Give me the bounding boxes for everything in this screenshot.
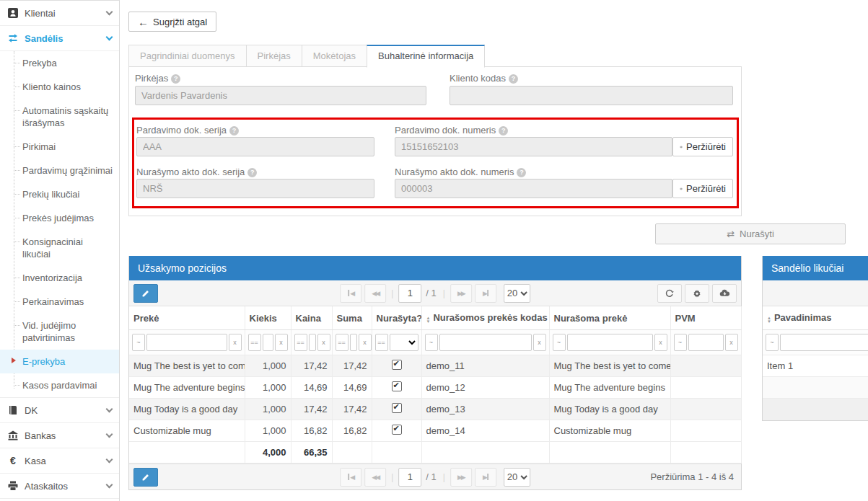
col-pavadinimas[interactable]: ▲▼Pavadinimas (763, 306, 868, 330)
sidebar-item-kasos-pardavimai[interactable]: Kasos pardavimai (0, 373, 119, 397)
sidebar-item-vid-judejimo[interactable]: Vid. judėjimo patvirtinimas (0, 314, 119, 350)
sidebar-item-prekyba[interactable]: Prekyba (0, 51, 119, 75)
filter-suma-input[interactable] (350, 334, 357, 351)
nurasymo-serija-label: Nurašymo akto dok. serija (136, 167, 257, 177)
tab-moketojas[interactable]: Mokėtojas (302, 45, 367, 67)
first-page-button[interactable]: ◀ (340, 468, 361, 487)
back-button[interactable]: ← Sugrįžti atgal (128, 12, 216, 32)
left-arrow-icon: ← (138, 16, 149, 28)
first-page-button[interactable]: ◀ (340, 284, 361, 303)
filter-pvm-input[interactable] (688, 334, 724, 351)
filter-nurasoma-input[interactable] (567, 334, 653, 351)
tab-pagrindiniai-duomenys[interactable]: Pagrindiniai duomenys (128, 45, 247, 67)
filter-op-button[interactable]: == (336, 334, 348, 351)
help-icon (517, 168, 526, 177)
sidebar-item-prekiu-likuciai[interactable]: Prekių likučiai (0, 182, 119, 206)
next-page-button[interactable]: ▶▶ (450, 284, 472, 303)
filter-clear-button[interactable]: x (229, 334, 242, 351)
checked-checkbox[interactable] (392, 425, 402, 435)
filter-clear-button[interactable]: x (275, 334, 288, 351)
filter-op-button[interactable]: == (294, 334, 307, 351)
sidebar-item-kliento-kainos[interactable]: Kliento kainos (0, 75, 119, 99)
sidebar-item-sandelis[interactable]: Sandėlis (0, 26, 119, 51)
pirkejas-field[interactable] (135, 86, 426, 105)
filter-kiekis-input[interactable] (263, 334, 273, 351)
pardavimo-serija-field[interactable] (136, 137, 374, 156)
col-kaina[interactable]: Kaina (291, 306, 332, 330)
sidebar-item-pardavimu-grazinimai[interactable]: Pardavimų grąžinimai (0, 159, 119, 182)
col-nurasoma-preke[interactable]: Nurašoma prekė (549, 306, 670, 330)
filter-clear-button[interactable]: x (725, 334, 738, 351)
filter-op-button[interactable]: == (248, 334, 261, 351)
page-size-select[interactable]: 20 (504, 284, 530, 303)
sidebar-item-bankas[interactable]: Bankas (0, 423, 119, 448)
kliento-kodas-field[interactable] (450, 86, 733, 105)
filter-clear-button[interactable]: x (533, 334, 546, 351)
exchange-icon: ⇄ (727, 229, 735, 239)
tab-pirkejas[interactable]: Pirkėjas (246, 45, 302, 67)
page-size-select[interactable]: 20 (504, 468, 530, 487)
filter-nurasyta-select[interactable] (390, 334, 418, 351)
table-row[interactable]: Mug Today is a good day 1,000 17,42 17,4… (129, 399, 741, 420)
pardavimo-perziureti-button[interactable]: Peržiūrėti (672, 137, 733, 156)
sidebar-item-e-prekyba[interactable]: E-prekyba (0, 350, 119, 373)
help-icon (171, 74, 180, 84)
col-preke[interactable]: Prekė (129, 306, 245, 330)
settings-button[interactable] (685, 284, 709, 303)
filter-op-button[interactable]: ~ (132, 334, 145, 351)
page-number-input[interactable] (398, 468, 421, 487)
sidebar-item-dk[interactable]: DK (0, 398, 119, 423)
checked-checkbox[interactable] (392, 360, 402, 370)
sidebar-item-prekes-judejimas[interactable]: Prekės judėjimas (0, 206, 119, 230)
sidebar-item-kasa[interactable]: € Kasa (0, 448, 119, 474)
col-kiekis[interactable]: Kiekis (245, 306, 291, 330)
filter-op-button[interactable]: == (375, 334, 388, 351)
table-row[interactable]: Mug The best is yet to come 1,000 17,42 … (129, 355, 741, 377)
checked-checkbox[interactable] (392, 403, 402, 413)
pardavimo-numeris-field[interactable] (395, 137, 672, 156)
filter-kodas-input[interactable] (439, 334, 532, 351)
sidebar-item-klientai[interactable]: Klientai (0, 1, 119, 26)
prev-page-button[interactable]: ◀◀ (364, 284, 386, 303)
col-nurasyta[interactable]: Nurašyta? (372, 306, 421, 330)
filter-clear-button[interactable]: x (654, 334, 667, 351)
sidebar-item-perkainavimas[interactable]: Perkainavimas (0, 290, 119, 314)
chevron-down-icon (106, 8, 113, 15)
filter-op-button[interactable]: ~ (674, 334, 687, 351)
sidebar-item-automatinis-saskaitu[interactable]: Automatinis sąskaitų išrašymas (0, 99, 119, 135)
download-button[interactable] (712, 284, 737, 303)
refresh-button[interactable] (657, 284, 682, 303)
edit-button[interactable] (133, 468, 158, 487)
next-page-button[interactable]: ▶▶ (450, 468, 472, 487)
table-row[interactable]: Customizable mug 1,000 16,82 16,82 demo_… (129, 420, 741, 442)
sidebar-item-pirkimai[interactable]: Pirkimai (0, 135, 119, 159)
last-page-button[interactable]: ▶ (475, 284, 496, 303)
last-page-button[interactable]: ▶ (475, 468, 496, 487)
page-number-input[interactable] (398, 284, 421, 303)
filter-clear-button[interactable]: x (317, 334, 330, 351)
nurasymo-serija-field[interactable] (136, 179, 374, 198)
col-nurasomos-kodas[interactable]: ▲▼Nurašomos prekės kodas (421, 306, 549, 330)
prev-page-button[interactable]: ◀◀ (364, 468, 386, 487)
sidebar-item-inventorizacija[interactable]: Inventorizacija (0, 266, 119, 290)
nurasymo-perziureti-button[interactable]: Peržiūrėti (672, 179, 733, 198)
filter-kaina-input[interactable] (309, 334, 316, 351)
filter-preke-input[interactable] (146, 334, 227, 351)
filter-clear-button[interactable]: x (359, 334, 372, 351)
filter-op-button[interactable]: ~ (425, 334, 438, 351)
col-suma[interactable]: Suma (332, 306, 372, 330)
tab-buhalterine-informacija[interactable]: Buhalterinė informacija (367, 45, 485, 68)
filter-op-button[interactable]: ~ (766, 334, 779, 351)
sidebar-item-konsignaciniai[interactable]: Konsignaciniai likučiai (0, 230, 119, 266)
table-row[interactable]: Mug The adventure begins 1,000 14,69 14,… (129, 377, 741, 399)
col-pvm[interactable]: PVM (670, 306, 741, 330)
list-item[interactable]: Item 1 (763, 355, 868, 377)
edit-button[interactable] (133, 284, 158, 303)
checked-checkbox[interactable] (392, 381, 402, 391)
nurasyti-button[interactable]: ⇄ Nurašyti (655, 223, 846, 244)
filter-pavadinimas-input[interactable] (780, 334, 868, 351)
nurasymo-numeris-field[interactable] (395, 179, 672, 198)
filter-op-button[interactable]: ~ (553, 334, 566, 351)
sort-icon: ▲▼ (767, 316, 771, 324)
sidebar-item-ataskaitos[interactable]: Ataskaitos (0, 474, 119, 499)
